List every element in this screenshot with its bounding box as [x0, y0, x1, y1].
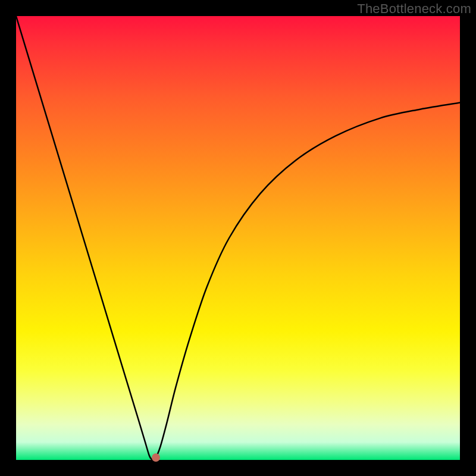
watermark-text: TheBottleneck.com	[357, 1, 471, 17]
chart-frame	[16, 16, 460, 460]
chart-marker-dot	[152, 453, 160, 462]
chart-curve	[16, 16, 460, 460]
